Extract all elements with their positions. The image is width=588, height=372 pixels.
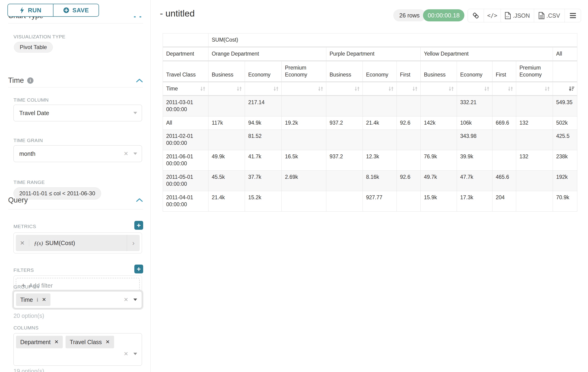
pivot-table-container: SUM(Cost)DepartmentOrange DepartmentPurp… [163,33,577,212]
view-query-button[interactable]: </> [484,9,501,22]
value-cell: 142k [421,117,457,130]
value-cell [363,96,397,117]
group-by-select[interactable]: Timei✕ ✕ [13,291,142,308]
sort-icon[interactable] [507,86,514,92]
metric-header-cell: SUM(Cost) [209,33,577,47]
chevron-down-icon[interactable] [133,353,137,355]
sort-icon[interactable] [448,86,454,92]
export-json-button[interactable]: <> .JSON [501,9,534,22]
columns-chip[interactable]: Travel Class✕ [65,336,114,348]
column-sort-header[interactable] [209,82,245,96]
plus-circle-icon [63,7,69,13]
metric-chip[interactable]: ✕ ƒ(x)SUM(Cost) › [16,235,140,251]
time-grain-select[interactable]: month ✕ [13,145,142,162]
visualization-type-value[interactable]: Pivot Table [14,42,53,53]
value-cell [493,130,516,150]
clear-icon[interactable]: ✕ [124,150,128,157]
value-cell: 132 [516,117,553,130]
remove-metric-icon[interactable]: ✕ [16,240,29,246]
time-column-select[interactable]: Travel Date [13,105,142,121]
sort-icon[interactable] [317,86,324,92]
chevron-up-icon[interactable] [136,198,143,202]
value-cell [282,191,326,212]
value-cell: 465.6 [493,171,516,191]
sort-icon[interactable] [354,86,360,92]
chevron-down-icon[interactable] [133,298,137,301]
column-sort-header[interactable] [326,82,363,96]
save-button[interactable]: SAVE [53,4,99,16]
sort-icon[interactable] [412,86,418,92]
add-metric-button[interactable]: + [134,221,143,230]
sort-icon[interactable] [388,86,394,92]
value-cell [397,96,421,117]
column-sort-header[interactable] [493,82,516,96]
hamburger-menu-icon [570,13,576,18]
travel-class-header: Premium Economy [282,61,326,82]
json-button-label: .JSON [513,12,530,19]
sort-icon[interactable] [236,86,242,92]
column-sort-header[interactable] [363,82,397,96]
run-save-button-group: RUN SAVE [7,4,99,17]
time-sort-header[interactable]: Time [163,82,209,96]
value-cell: 21.4k [363,117,397,130]
sort-icon[interactable] [484,86,490,92]
remove-chip-icon[interactable]: ✕ [54,339,59,345]
info-icon: i [27,77,33,84]
export-csv-button[interactable]: .CSV [534,9,565,22]
json-file-icon: <> [505,12,511,19]
groupby-chip[interactable]: Timei✕ [16,293,51,306]
column-sort-header[interactable] [397,82,421,96]
travel-class-header: Business [209,61,245,82]
column-sort-header[interactable] [553,82,577,96]
remove-chip-icon[interactable]: ✕ [42,297,46,303]
value-cell: 17.3k [457,191,493,212]
chart-title[interactable]: - untitled [160,8,195,19]
clear-icon[interactable]: ✕ [124,297,128,303]
chip-label: Department [20,339,51,345]
column-sort-header[interactable] [421,82,457,96]
chevron-up-icon[interactable] [136,79,143,83]
columns-select[interactable]: Department✕Travel Class✕ ✕ [13,333,142,366]
value-cell: 15.2k [245,191,282,212]
value-cell [516,191,553,212]
share-link-button[interactable] [468,9,484,22]
value-cell: 45.5k [209,171,245,191]
remove-chip-icon[interactable]: ✕ [105,339,110,345]
column-sort-header[interactable] [457,82,493,96]
add-filter-plus-button[interactable]: + [134,265,143,273]
travel-class-header: Economy [245,61,282,82]
value-cell: 425.5 [553,130,577,150]
department-group-header: All [553,47,577,61]
value-cell: 669.6 [493,117,516,130]
columns-chip[interactable]: Department✕ [16,336,63,348]
value-cell [493,96,516,117]
sort-icon[interactable] [200,86,206,92]
column-sort-header[interactable] [245,82,282,96]
query-section-header[interactable]: Query [8,196,28,204]
group-by-label: GROUP BY [13,284,40,290]
chip-label: Travel Class [70,339,102,345]
department-group-header: Orange Department [209,47,326,61]
more-options-button[interactable] [565,9,581,22]
expand-metric-icon[interactable]: › [127,235,140,251]
value-cell: 238k [553,150,577,171]
divider [8,23,143,23]
column-sort-header[interactable] [516,82,553,96]
value-cell: 47.7k [457,171,493,191]
column-sort-header[interactable] [282,82,326,96]
group-by-option-count: 20 option(s) [13,312,44,319]
chip-label: Time [20,297,33,303]
value-cell: 41.7k [245,150,282,171]
chevron-down-icon[interactable] [133,112,137,114]
row-header-cell: 2011-02-01 00:00:00 [163,130,209,150]
value-cell [493,150,516,171]
visualization-type-label: VISUALIZATION TYPE [13,34,65,40]
sort-desc-active-icon[interactable] [568,86,575,92]
value-cell [397,130,421,150]
sort-icon[interactable] [544,86,550,92]
sort-icon[interactable] [273,86,279,92]
run-button[interactable]: RUN [8,4,53,16]
chevron-down-icon[interactable] [133,152,137,155]
clear-icon[interactable]: ✕ [124,351,128,357]
time-section-header[interactable]: Time i [8,76,33,85]
